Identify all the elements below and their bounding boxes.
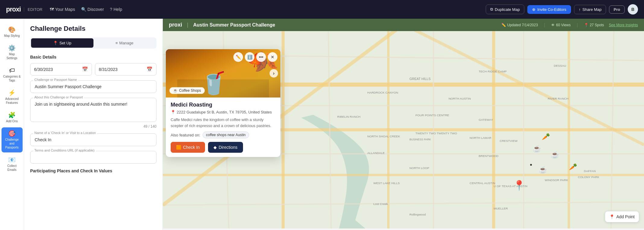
popup-description: Caffe Medici rules the kingdom of coffee…: [171, 117, 276, 129]
end-date-input[interactable]: 8/31/2023 📅: [95, 63, 157, 75]
map-title: Austin Summer Passport Challenge: [193, 22, 275, 28]
nav-help[interactable]: ? Help: [110, 7, 122, 12]
popup-next-button[interactable]: ›: [270, 69, 278, 78]
category-icon: ☕: [173, 88, 178, 93]
sidebar-item-categories[interactable]: 🏷 Categories & Tags: [2, 64, 23, 85]
add-point-icon: 📍: [609, 214, 614, 219]
popup-close-button[interactable]: ✕: [268, 52, 277, 62]
see-more-insights-link[interactable]: See More Insights: [609, 23, 638, 27]
terms-input[interactable]: [30, 151, 156, 164]
popup-category-tag: ☕ Coffee Shops: [169, 87, 205, 94]
map-views: 👁 60 Views: [551, 23, 570, 27]
popup-more-button[interactable]: •••: [256, 52, 266, 62]
svg-text:CRESTVIEW: CRESTVIEW: [500, 139, 518, 142]
char-count: 49 / 140: [30, 124, 156, 129]
logo-area: proxi EDITOR: [6, 5, 43, 13]
advanced-icon: ⚡: [8, 90, 16, 96]
svg-text:RIBELIN RANCH: RIBELIN RANCH: [337, 115, 361, 118]
nav-discover[interactable]: 🔍 Discover: [81, 7, 104, 12]
also-featured-tag[interactable]: coffee shops near Austin: [203, 132, 249, 138]
calendar-icon-end: 📅: [147, 66, 153, 72]
invite-coeditors-button[interactable]: ⊕ Invite Co-Editors: [527, 5, 571, 14]
popup-body: Medici Roasting 📍 2222 Guadalupe St B, A…: [166, 97, 280, 157]
svg-text:NORTH AUSTIN: NORTH AUSTIN: [449, 97, 471, 100]
checkin-name-input[interactable]: [30, 133, 156, 146]
svg-text:BRENTWOOD: BRENTWOOD: [478, 154, 498, 158]
location-pin-icon: 📍: [171, 110, 175, 114]
setup-icon: 📍: [53, 41, 58, 45]
tab-setup[interactable]: 📍 Set Up: [31, 38, 93, 48]
popup-location-name: Medici Roasting: [171, 102, 276, 108]
logo-text: proxi: [6, 5, 21, 13]
categories-icon: 🏷: [9, 67, 15, 73]
svg-text:NORTH LOOP: NORTH LOOP: [409, 166, 429, 170]
map-styling-icon: 🎨: [8, 27, 16, 33]
start-date-input[interactable]: 6/30/2023 📅: [30, 63, 92, 75]
svg-text:ALLANDALE: ALLANDALE: [367, 151, 385, 155]
invite-icon: ⊕: [532, 7, 535, 12]
collect-emails-icon: 📧: [8, 157, 16, 163]
panel-tab-bar: 📍 Set Up ≡ Manage: [30, 37, 156, 49]
challenge-name-input[interactable]: [30, 80, 156, 93]
svg-text:☕: ☕: [539, 166, 547, 174]
share-map-button[interactable]: ↑ Share Map: [574, 5, 606, 14]
challenge-name-group: Challenge or Passport Name: [30, 80, 156, 93]
about-label: About this Challenge or Passport: [33, 95, 84, 99]
directions-icon: ◆: [213, 145, 217, 150]
map-icon: 🗺: [50, 7, 54, 12]
tab-manage[interactable]: ≡ Manage: [93, 38, 156, 48]
popup-action-row: 🟧 Check In ◆ Directions: [171, 142, 276, 153]
map-settings-icon: ⚙️: [8, 45, 16, 51]
map-header-left: proxi | Austin Summer Passport Challenge: [169, 22, 275, 28]
panel-title: Challenge Details: [30, 25, 156, 33]
popup-also-featured: Also featured on: coffee shops near Aust…: [171, 132, 276, 138]
location-popup: 🍂 🍁 🥤 ✏️ ℹ️ ••• ✕ › ☕: [166, 49, 280, 157]
pro-badge: Pro: [609, 5, 625, 14]
participating-places-title: Participating Places and Check In Values: [30, 168, 156, 173]
challenge-name-label: Challenge or Passport Name: [33, 78, 78, 81]
addons-icon: 🧩: [8, 112, 16, 118]
sidebar-item-collect-emails[interactable]: 📧 Collect Emails: [2, 154, 23, 175]
svg-text:🥕: 🥕: [542, 133, 550, 141]
sidebar-item-advanced[interactable]: ⚡ Advanced Features: [2, 87, 23, 108]
svg-text:GATEWAY: GATEWAY: [478, 118, 493, 121]
popup-info-button[interactable]: ℹ️: [245, 52, 254, 62]
svg-text:MUELLER: MUELLER: [494, 207, 508, 210]
svg-text:Lost Creek: Lost Creek: [373, 202, 388, 206]
svg-text:COLONY PARK: COLONY PARK: [578, 175, 599, 179]
date-row: 6/30/2023 📅 8/31/2023 📅: [30, 63, 156, 75]
eye-icon: 👁: [551, 23, 555, 27]
nav-actions: ⧉ Duplicate Map ⊕ Invite Co-Editors ↑ Sh…: [486, 4, 638, 14]
popup-image: 🍂 🍁 🥤 ✏️ ℹ️ ••• ✕ › ☕: [166, 49, 280, 97]
terms-label: Terms and Conditions URL (if applicable): [33, 149, 96, 152]
popup-address: 📍 2222 Guadalupe St B, Austin, TX 78705,…: [171, 110, 276, 114]
checkin-icon: 🟧: [176, 145, 181, 150]
sidebar-item-challenge[interactable]: 🎯 Challenge and Passports: [2, 127, 23, 152]
nav-your-maps[interactable]: 🗺 Your Maps: [50, 7, 75, 12]
calendar-icon-start: 📅: [82, 66, 88, 72]
terms-group: Terms and Conditions URL (if applicable): [30, 151, 156, 164]
duplicate-map-button[interactable]: ⧉ Duplicate Map: [486, 5, 524, 14]
directions-button[interactable]: ◆ Directions: [208, 142, 243, 153]
map-header-right: ✏️ Updated 7/14/2023 | 👁 60 Views | 📍 27…: [501, 22, 638, 28]
svg-text:NORTH LAMAR: NORTH LAMAR: [469, 136, 491, 139]
popup-edit-button[interactable]: ✏️: [233, 52, 243, 62]
map-area: proxi | Austin Summer Passport Challenge…: [163, 19, 644, 230]
sidebar-item-addons[interactable]: 🧩 Add Ons: [2, 109, 23, 126]
add-point-button[interactable]: 📍 Add Point: [605, 211, 639, 222]
sidebar-item-map-settings[interactable]: ⚙️ Map Settings: [2, 42, 23, 63]
svg-text:●: ●: [530, 162, 532, 167]
checkin-button[interactable]: 🟧 Check In: [171, 142, 205, 153]
about-textarea[interactable]: Join us in sightseeing around Austin thi…: [30, 98, 156, 122]
sidebar-item-map-styling[interactable]: 🎨 Map Styling: [2, 24, 23, 41]
map-logo: proxi: [169, 22, 182, 28]
svg-text:TWENTY TWO TWENTY TWO: TWENTY TWO TWENTY TWO: [415, 132, 457, 135]
basic-details-label: Basic Details: [30, 55, 156, 59]
svg-text:WEST LAKE HILLS: WEST LAKE HILLS: [373, 181, 400, 185]
user-avatar[interactable]: B: [628, 4, 638, 14]
map-content: GREAT HILLS TECH RIDGE CAMP DESSAU HARDR…: [163, 31, 644, 228]
help-icon: ?: [110, 7, 112, 12]
svg-text:GREAT HILLS: GREAT HILLS: [409, 77, 431, 81]
nav-links: 🗺 Your Maps 🔍 Discover ? Help: [50, 7, 122, 12]
svg-text:Rollingwood: Rollingwood: [409, 213, 426, 216]
